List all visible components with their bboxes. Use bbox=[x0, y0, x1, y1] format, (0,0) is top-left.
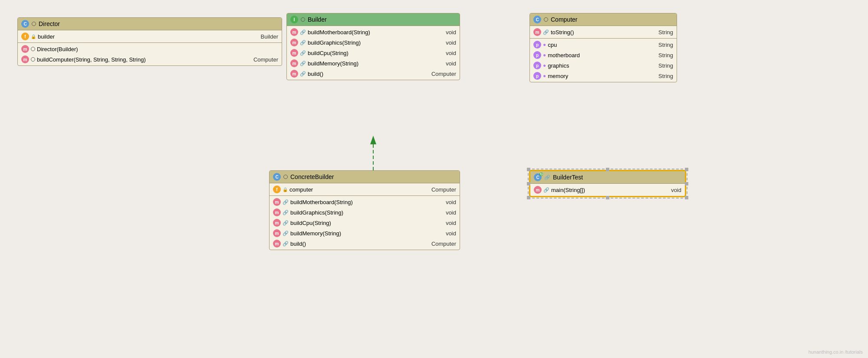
table-row: m Director(Builder) bbox=[18, 44, 282, 54]
concrete-fields: f 🔒 computer Computer bbox=[270, 183, 460, 195]
builder-test-vis: 🔗 bbox=[544, 175, 550, 180]
field-badge: f bbox=[21, 33, 29, 40]
director-fields: f 🔒 builder Builder bbox=[18, 30, 282, 42]
field-vis: ● bbox=[543, 52, 546, 58]
method-badge: m bbox=[290, 59, 298, 67]
handle-mr bbox=[685, 182, 688, 186]
builder-title: Builder bbox=[308, 16, 327, 23]
method-vis: 🔗 bbox=[283, 231, 289, 236]
method-vis: 🔗 bbox=[300, 50, 306, 56]
field-name: motherboard bbox=[548, 52, 580, 59]
method-vis: 🔗 bbox=[300, 71, 306, 77]
table-row: p ● graphics String bbox=[530, 60, 677, 71]
method-badge: m bbox=[290, 28, 298, 36]
handle-ml bbox=[527, 182, 530, 186]
method-name: toString() bbox=[551, 29, 574, 36]
table-row: m 🔗 buildCpu(String) void bbox=[270, 218, 460, 228]
field-name: builder bbox=[38, 33, 55, 40]
field-name: computer bbox=[289, 186, 313, 193]
method-vis: 🔗 bbox=[283, 199, 289, 205]
method-vis: 🔗 bbox=[300, 29, 306, 35]
method-return: Computer bbox=[423, 241, 456, 247]
director-type-badge: C bbox=[21, 20, 29, 28]
table-row: m 🔗 buildMotherboard(String) void bbox=[270, 197, 460, 207]
table-row: f 🔒 builder Builder bbox=[18, 31, 282, 42]
field-name: memory bbox=[548, 73, 568, 79]
method-name: main(String[]) bbox=[551, 187, 585, 193]
director-class[interactable]: C Director f 🔒 builder Builder m Directo… bbox=[17, 17, 282, 66]
field-return: String bbox=[650, 42, 673, 48]
computer-title: Computer bbox=[551, 16, 577, 23]
method-badge: m bbox=[273, 198, 281, 206]
field-return: Computer bbox=[423, 186, 456, 193]
concrete-type-badge: C bbox=[273, 173, 281, 181]
table-row: m 🔗 buildMemory(String) void bbox=[287, 58, 460, 68]
director-title: Director bbox=[39, 20, 60, 27]
field-vis: ● bbox=[543, 73, 546, 79]
field-vis: 🔒 bbox=[31, 34, 36, 39]
field-return: String bbox=[650, 73, 673, 79]
watermark: hunanthing.co.in /tutorials bbox=[809, 349, 863, 355]
method-name: buildMemory(String) bbox=[308, 60, 358, 67]
builder-methods: m 🔗 buildMotherboard(String) void m 🔗 bu… bbox=[287, 26, 460, 80]
method-return: void bbox=[437, 39, 456, 46]
method-return: void bbox=[662, 187, 681, 193]
handle-tr bbox=[685, 168, 688, 171]
method-badge: m bbox=[533, 28, 541, 36]
method-name: build() bbox=[290, 241, 306, 247]
method-return: void bbox=[437, 50, 456, 56]
table-row: m 🔗 buildCpu(String) void bbox=[287, 48, 460, 58]
table-row: m buildComputer(String, String, String, … bbox=[18, 54, 282, 65]
method-name: buildGraphics(String) bbox=[308, 39, 361, 46]
field-badge: p bbox=[533, 41, 541, 49]
director-vis bbox=[32, 22, 36, 26]
field-return: String bbox=[650, 62, 673, 69]
method-return: void bbox=[437, 230, 456, 237]
field-name: graphics bbox=[548, 62, 569, 69]
concrete-vis bbox=[283, 175, 288, 179]
method-name: buildCpu(String) bbox=[290, 220, 331, 226]
builder-test-header: C ↻ 🔗 BuilderTest bbox=[530, 171, 685, 183]
builder-test-class[interactable]: C ↻ 🔗 BuilderTest m 🔗 main(String[]) voi… bbox=[529, 170, 686, 197]
method-name: Director(Builder) bbox=[37, 46, 78, 52]
builder-test-type-badge: C ↻ bbox=[534, 173, 542, 181]
field-return: String bbox=[650, 52, 673, 59]
method-vis: 🔗 bbox=[300, 40, 306, 46]
method-return: String bbox=[650, 29, 673, 36]
method-return: void bbox=[437, 199, 456, 205]
concrete-builder-header: C ConcreteBuilder bbox=[270, 171, 460, 183]
computer-header: C Computer bbox=[530, 13, 677, 26]
method-return: void bbox=[437, 29, 456, 36]
table-row: m 🔗 build() Computer bbox=[270, 238, 460, 249]
field-badge: p bbox=[533, 72, 541, 80]
method-return: void bbox=[437, 209, 456, 216]
method-name: buildGraphics(String) bbox=[290, 209, 343, 216]
method-vis: 🔗 bbox=[283, 210, 289, 215]
builder-test-methods: m 🔗 main(String[]) void bbox=[530, 184, 685, 196]
table-row: m 🔗 buildGraphics(String) void bbox=[270, 207, 460, 218]
field-vis: 🔒 bbox=[283, 187, 288, 192]
handle-tm bbox=[606, 168, 609, 171]
method-vis: 🔗 bbox=[300, 61, 306, 66]
table-row: m 🔗 main(String[]) void bbox=[530, 185, 685, 195]
director-methods: m Director(Builder) m buildComputer(Stri… bbox=[18, 43, 282, 65]
computer-methods: m 🔗 toString() String bbox=[530, 26, 677, 38]
method-badge: m bbox=[273, 229, 281, 237]
builder-header: I Builder bbox=[287, 13, 460, 26]
concrete-title: ConcreteBuilder bbox=[290, 173, 334, 180]
builder-class[interactable]: I Builder m 🔗 buildMotherboard(String) v… bbox=[286, 13, 460, 80]
method-vis: 🔗 bbox=[543, 29, 549, 35]
builder-type-badge: I bbox=[290, 16, 298, 23]
concrete-builder-class[interactable]: C ConcreteBuilder f 🔒 computer Computer … bbox=[269, 170, 460, 250]
method-return: Computer bbox=[423, 71, 456, 77]
field-vis: ● bbox=[543, 42, 546, 48]
method-vis: 🔗 bbox=[543, 187, 549, 193]
method-badge: m bbox=[273, 240, 281, 247]
computer-class[interactable]: C Computer m 🔗 toString() String p ● cpu… bbox=[529, 13, 677, 82]
method-badge: m bbox=[290, 70, 298, 78]
table-row: m 🔗 buildMemory(String) void bbox=[270, 228, 460, 238]
table-row: p ● memory String bbox=[530, 71, 677, 81]
builder-test-title: BuilderTest bbox=[553, 174, 583, 181]
method-vis: 🔗 bbox=[283, 220, 289, 226]
method-name: buildMemory(String) bbox=[290, 230, 341, 237]
